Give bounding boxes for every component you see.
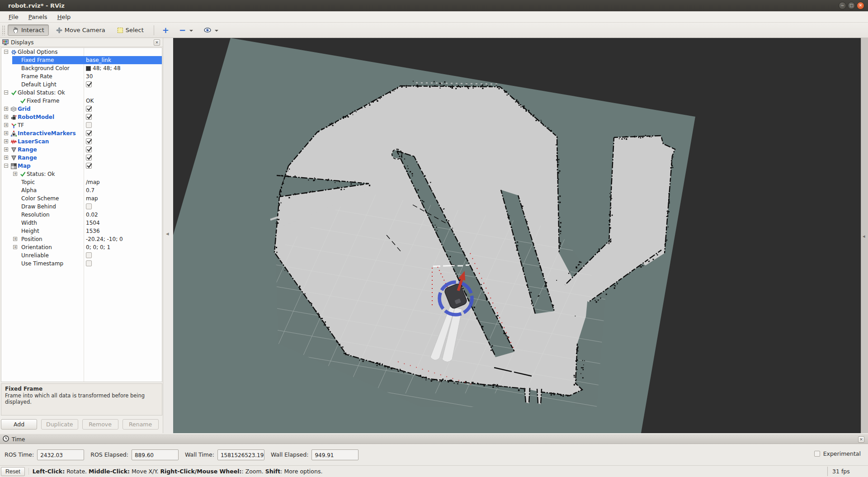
expand-icon[interactable]: + <box>4 107 8 111</box>
display-row-map[interactable]: −Map <box>1 162 162 170</box>
row-value[interactable]: 0.7 <box>86 187 94 194</box>
remove-button[interactable]: Remove <box>82 419 118 430</box>
minus-tool-icon[interactable]: − <box>176 25 189 35</box>
row-value[interactable]: 48; 48; 48 <box>86 65 121 71</box>
wall-elapsed-input[interactable]: 949.91 <box>311 449 359 460</box>
display-row-interactivemarkers[interactable]: +InteractiveMarkers <box>1 129 162 137</box>
time-panel-close-icon[interactable]: ✕ <box>858 436 864 443</box>
display-row-background-color[interactable]: Background Color48; 48; 48 <box>1 64 162 72</box>
display-row-laserscan[interactable]: +LaserScan <box>1 137 162 146</box>
displays-panel-close-icon[interactable]: ✕ <box>154 39 160 46</box>
display-row-height[interactable]: Height1536 <box>1 227 162 235</box>
row-checkbox[interactable] <box>86 203 92 209</box>
display-row-range[interactable]: +Range <box>1 154 162 162</box>
row-value[interactable]: -20.24; -10; 0 <box>86 236 123 242</box>
display-row-global-options[interactable]: −Global Options <box>1 48 162 56</box>
experimental-checkbox[interactable]: Experimental <box>814 450 861 457</box>
collapse-icon[interactable]: − <box>4 90 8 94</box>
time-panel-header[interactable]: Time ✕ <box>0 435 868 444</box>
display-row-grid[interactable]: +Grid <box>1 105 162 113</box>
display-row-default-light[interactable]: Default Light <box>1 80 162 89</box>
display-row-color-scheme[interactable]: Color Schememap <box>1 194 162 203</box>
row-checkbox[interactable] <box>86 122 92 128</box>
row-value[interactable]: 0; 0; 0; 1 <box>86 244 110 250</box>
row-value[interactable]: /map <box>86 179 100 185</box>
row-checkbox[interactable] <box>86 138 92 144</box>
display-row-width[interactable]: Width1504 <box>1 219 162 227</box>
row-checkbox[interactable] <box>86 146 92 152</box>
collapse-icon[interactable]: − <box>4 164 8 168</box>
display-row-robotmodel[interactable]: +RobotModel <box>1 113 162 121</box>
row-value[interactable]: 1536 <box>86 228 100 234</box>
collapse-icon[interactable]: − <box>4 50 8 54</box>
row-value[interactable]: 30 <box>86 73 93 80</box>
eye-tool-icon[interactable] <box>201 26 214 34</box>
display-row-resolution[interactable]: Resolution0.02 <box>1 211 162 219</box>
menu-file[interactable]: File <box>4 12 24 22</box>
row-value[interactable]: OK <box>86 98 94 104</box>
plus-tool-icon[interactable]: + <box>160 25 172 35</box>
display-row-fixed-frame[interactable]: Fixed Framebase_link <box>1 56 162 64</box>
display-row-orientation[interactable]: +Orientation0; 0; 0; 1 <box>1 243 162 251</box>
menu-help[interactable]: Help <box>52 12 76 22</box>
display-row-draw-behind[interactable]: Draw Behind <box>1 203 162 211</box>
experimental-checkbox-box[interactable] <box>814 451 820 457</box>
tool-select[interactable]: Select <box>113 24 148 36</box>
display-row-use-timestamp[interactable]: Use Timestamp <box>1 260 162 268</box>
expand-icon[interactable]: + <box>13 237 17 241</box>
display-row-range[interactable]: +Range <box>1 146 162 154</box>
ros-time-input[interactable]: 2432.03 <box>37 449 84 460</box>
row-checkbox[interactable] <box>86 81 92 87</box>
expand-icon[interactable]: + <box>13 245 17 249</box>
display-row-unreliable[interactable]: Unreliable <box>1 251 162 260</box>
row-checkbox[interactable] <box>86 163 92 169</box>
expand-icon[interactable]: + <box>4 123 8 127</box>
display-row-frame-rate[interactable]: Frame Rate30 <box>1 72 162 80</box>
row-value[interactable]: base_link <box>86 57 111 63</box>
display-row-fixed-frame[interactable]: Fixed FrameOK <box>1 97 162 105</box>
display-row-alpha[interactable]: Alpha0.7 <box>1 186 162 194</box>
displays-panel-header[interactable]: Displays ✕ <box>0 38 163 47</box>
row-checkbox[interactable] <box>86 252 92 258</box>
minimize-window-icon[interactable]: − <box>839 2 846 9</box>
wall-time-input[interactable]: 1581526523.19 <box>217 449 264 460</box>
row-checkbox[interactable] <box>86 130 92 136</box>
close-window-icon[interactable]: ✕ <box>857 2 864 9</box>
add-button[interactable]: Add <box>1 419 37 430</box>
duplicate-button[interactable]: Duplicate <box>41 419 78 430</box>
row-checkbox[interactable] <box>86 114 92 120</box>
maximize-window-icon[interactable]: □ <box>848 2 855 9</box>
expand-icon[interactable]: + <box>13 172 17 176</box>
toolbar-drag-handle[interactable] <box>2 25 5 35</box>
reset-button[interactable]: Reset <box>1 467 25 476</box>
collapse-right-icon[interactable]: ◂ <box>863 233 865 239</box>
menu-panels[interactable]: Panels <box>24 12 52 22</box>
tool-interact[interactable]: Interact <box>8 24 49 36</box>
row-checkbox[interactable] <box>86 260 92 266</box>
row-value[interactable]: 1504 <box>86 220 100 226</box>
display-row-topic[interactable]: Topic/map <box>1 178 162 186</box>
title-bar[interactable]: robot.rviz* - RViz −□✕ <box>0 0 868 11</box>
expand-icon[interactable]: + <box>4 115 8 119</box>
ros-elapsed-input[interactable]: 889.60 <box>132 449 179 460</box>
collapse-left-icon[interactable]: ◂ <box>166 230 169 237</box>
row-value[interactable]: 0.02 <box>86 212 98 218</box>
expand-icon[interactable]: + <box>4 156 8 160</box>
row-checkbox[interactable] <box>86 106 92 112</box>
display-row-global-status-ok[interactable]: −Global Status: Ok <box>1 89 162 97</box>
row-value[interactable]: map <box>86 195 98 202</box>
display-row-status-ok[interactable]: +Status: Ok <box>1 170 162 178</box>
tool-move-camera[interactable]: Move Camera <box>52 24 110 36</box>
expand-icon[interactable]: + <box>4 131 8 135</box>
rename-button[interactable]: Rename <box>123 419 159 430</box>
chevron-down-icon[interactable] <box>189 30 193 32</box>
3d-viewport[interactable] <box>173 38 861 433</box>
expand-icon[interactable]: + <box>4 139 8 143</box>
chevron-down-icon[interactable] <box>215 30 218 32</box>
expand-icon[interactable]: + <box>4 147 8 151</box>
display-row-position[interactable]: +Position-20.24; -10; 0 <box>1 235 162 243</box>
row-checkbox[interactable] <box>86 155 92 161</box>
right-dock-splitter[interactable]: ◂ <box>861 38 868 433</box>
left-dock-splitter[interactable]: ◂ <box>164 38 173 433</box>
display-row-tf[interactable]: +TF <box>1 121 162 129</box>
